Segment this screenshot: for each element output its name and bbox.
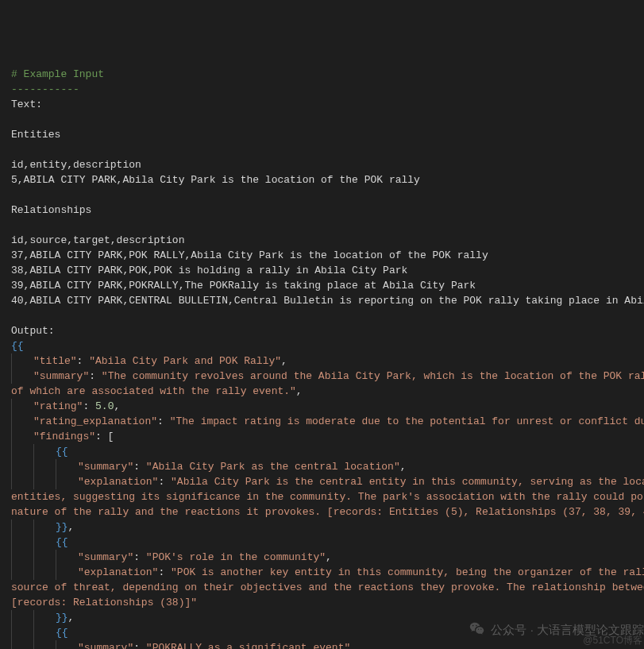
code-line: Text: — [11, 97, 633, 112]
code-line: id,entity,description — [11, 157, 633, 172]
code-line: {{ — [11, 535, 633, 550]
code-line: }}, — [11, 520, 633, 535]
code-line: Output: — [11, 323, 633, 338]
code-line: "title": "Abila City Park and POK Rally"… — [11, 353, 633, 369]
code-line: "findings": [ — [11, 429, 633, 444]
code-line: {{ — [11, 444, 633, 459]
code-line: nature of the rally and the reactions it… — [11, 504, 633, 520]
code-line: "explanation": "Abila City Park is the c… — [11, 474, 633, 489]
code-line: entities, suggesting its significance in… — [11, 489, 633, 504]
code-line — [11, 218, 633, 233]
code-line: "summary": "The community revolves aroun… — [11, 369, 633, 384]
code-line: "rating": 5.0, — [11, 399, 633, 414]
code-line: {{ — [11, 338, 633, 353]
code-line: Entities — [11, 127, 633, 142]
code-line: # Example Input — [11, 67, 633, 82]
code-line: source of threat, depending on their obj… — [11, 580, 633, 595]
code-line: "rating_explanation": "The impact rating… — [11, 414, 633, 429]
code-line: of which are associated with the rally e… — [11, 384, 633, 399]
code-line: "explanation": "POK is another key entit… — [11, 565, 633, 580]
code-line — [11, 308, 633, 323]
code-line: 37,ABILA CITY PARK,POK RALLY,Abila City … — [11, 248, 633, 263]
wechat-icon — [469, 620, 486, 638]
code-line — [11, 142, 633, 157]
watermark-sub: @51CTO博客 — [578, 618, 642, 648]
code-line: 5,ABILA CITY PARK,Abila City Park is the… — [11, 172, 633, 187]
code-line — [11, 187, 633, 203]
code-line: ----------- — [11, 82, 633, 97]
code-line: 39,ABILA CITY PARK,POKRALLY,The POKRally… — [11, 278, 633, 293]
code-line: [records: Relationships (38)]" — [11, 595, 633, 610]
code-block: # Example Input-----------Text:Entitiesi… — [11, 67, 633, 649]
code-line: "summary": "POK's role in the community"… — [11, 550, 633, 565]
code-line: id,source,target,description — [11, 233, 633, 248]
code-line: 38,ABILA CITY PARK,POK,POK is holding a … — [11, 263, 633, 278]
code-line: "summary": "POKRALLY as a significant ev… — [11, 640, 633, 649]
code-line — [11, 112, 633, 127]
code-line: "summary": "Abila City Park as the centr… — [11, 459, 633, 474]
code-line: 40,ABILA CITY PARK,CENTRAL BULLETIN,Cent… — [11, 293, 633, 308]
code-line: Relationships — [11, 203, 633, 218]
